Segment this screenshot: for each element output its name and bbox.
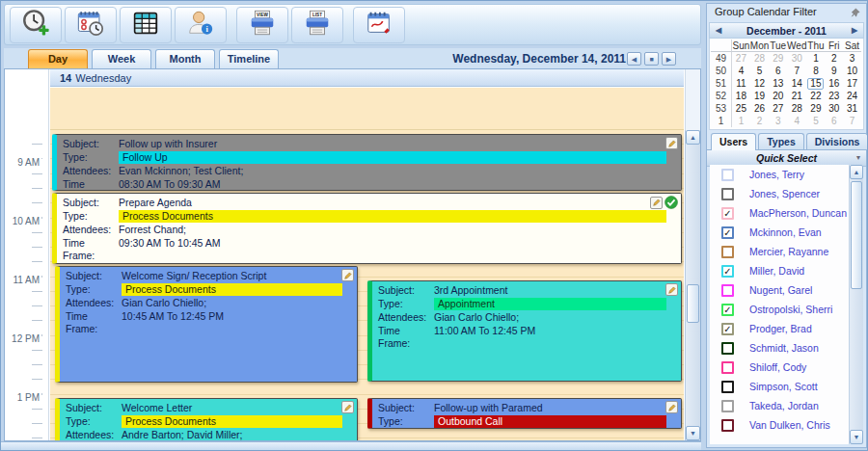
user-scroll-up-button[interactable]: ▲ <box>850 165 863 179</box>
minical-day[interactable]: 15 <box>807 77 826 90</box>
edit-icon[interactable] <box>341 401 354 413</box>
minical-day[interactable]: 5 <box>750 65 769 77</box>
user-checkbox[interactable]: ✓ <box>721 265 734 278</box>
minical-day[interactable]: 1 <box>807 52 826 65</box>
user-checkbox[interactable] <box>721 381 734 393</box>
minical-day[interactable]: 4 <box>787 115 806 127</box>
minical-day[interactable]: 10 <box>843 65 861 77</box>
event-card[interactable]: Subject:Prepare AgendaType:Process Docum… <box>52 193 682 264</box>
user-list-item[interactable]: ✓Prodger, Brad <box>710 319 863 338</box>
user-checkbox[interactable] <box>721 284 734 297</box>
edit-icon[interactable] <box>665 137 678 149</box>
print-list-button[interactable]: LIST <box>291 7 343 43</box>
scroll-down-button[interactable]: ▼ <box>686 426 700 440</box>
user-list-item[interactable]: ✓Mckinnon, Evan <box>710 223 863 242</box>
prev-day-button[interactable]: ◀ <box>627 52 641 66</box>
today-button[interactable]: ■ <box>644 52 659 66</box>
tab-timeline[interactable]: Timeline <box>219 49 279 68</box>
time-grid[interactable]: Subject:Follow up with InsurerType:Follo… <box>50 130 684 440</box>
minical-day[interactable]: 8 <box>807 65 826 77</box>
user-list-item[interactable]: ✓Ostropolski, Sherri <box>710 300 863 319</box>
minical-today[interactable]: 15 <box>807 78 824 90</box>
minical-day[interactable]: 22 <box>807 90 826 102</box>
user-list-item[interactable]: Schmidt, Jason <box>710 338 863 358</box>
user-list-item[interactable]: Nugent, Garel <box>710 280 863 300</box>
user-info-button[interactable]: i <box>175 7 227 43</box>
minical-day[interactable]: 18 <box>732 90 750 102</box>
minical-day[interactable]: 17 <box>843 77 861 90</box>
minical-day[interactable]: 6 <box>825 115 843 127</box>
print-view-button[interactable]: VIEW <box>236 7 288 43</box>
user-checkbox[interactable]: ✓ <box>721 207 734 220</box>
user-checkbox[interactable]: ✓ <box>721 323 734 335</box>
minical-day[interactable]: 20 <box>769 90 787 102</box>
edit-icon[interactable] <box>341 269 354 281</box>
minical-day[interactable]: 7 <box>843 115 861 127</box>
minical-day[interactable]: 16 <box>825 77 843 90</box>
minical-day[interactable]: 30 <box>787 52 806 65</box>
minical-day[interactable]: 3 <box>769 115 787 127</box>
minical-day[interactable]: 5 <box>807 115 826 127</box>
minical-day[interactable]: 31 <box>843 102 861 115</box>
minical-day[interactable]: 11 <box>732 77 750 90</box>
minical-day[interactable]: 9 <box>825 65 843 77</box>
user-list-item[interactable]: Jones, Spencer <box>710 184 863 203</box>
user-checkbox[interactable] <box>721 361 734 374</box>
schedule-view-button[interactable] <box>65 7 117 43</box>
sidebar-tab-divisions[interactable]: Divisions <box>806 133 868 149</box>
user-list-item[interactable]: Takeda, Jordan <box>710 396 863 415</box>
edit-icon[interactable] <box>665 283 678 296</box>
user-list-scrollbar[interactable]: ▲ ▼ <box>849 165 863 444</box>
minical-day[interactable]: 12 <box>750 77 769 90</box>
user-checkbox[interactable] <box>721 419 734 432</box>
minical-day[interactable]: 7 <box>787 65 806 77</box>
minical-day[interactable]: 1 <box>732 115 750 127</box>
user-scroll-thumb[interactable] <box>851 181 862 289</box>
user-checkbox[interactable] <box>721 246 734 258</box>
user-list-item[interactable]: ✓MacPherson, Duncan <box>710 203 863 223</box>
grid-view-button[interactable] <box>120 7 172 43</box>
minical-day[interactable]: 19 <box>750 90 769 102</box>
minical-day[interactable]: 24 <box>843 90 861 102</box>
edit-icon[interactable] <box>650 197 663 209</box>
user-list-item[interactable]: Simpson, Scott <box>710 377 863 396</box>
minical-day[interactable]: 13 <box>769 77 787 90</box>
minical-day[interactable]: 2 <box>750 115 769 127</box>
user-checkbox[interactable] <box>721 169 734 181</box>
minical-day[interactable]: 14 <box>787 77 806 90</box>
user-checkbox[interactable]: ✓ <box>721 304 734 316</box>
event-card[interactable]: Subject:Welcome LetterType:Process Docum… <box>55 398 358 440</box>
next-day-button[interactable]: ▶ <box>662 52 676 66</box>
calendar-note-button[interactable] <box>353 7 405 43</box>
sidebar-tab-users[interactable]: Users <box>711 133 756 150</box>
minical-day[interactable]: 2 <box>825 52 843 65</box>
minical-day[interactable]: 28 <box>750 52 769 65</box>
user-list-item[interactable]: Shiloff, Cody <box>710 358 863 377</box>
user-checkbox[interactable] <box>721 188 734 200</box>
user-checkbox[interactable] <box>721 342 734 355</box>
user-list-item[interactable]: Jones, Terry <box>710 165 863 184</box>
minical-day[interactable]: 29 <box>769 52 787 65</box>
user-list-item[interactable]: ✓Miller, David <box>710 261 863 280</box>
user-checkbox[interactable] <box>721 400 734 412</box>
add-event-button[interactable] <box>10 7 62 43</box>
user-checkbox[interactable]: ✓ <box>721 226 734 239</box>
event-card[interactable]: Subject:Follow up with InsurerType:Follo… <box>52 134 682 191</box>
minical-day[interactable]: 23 <box>825 90 843 102</box>
events-scrollbar[interactable]: ▲ ▼ <box>685 130 700 440</box>
minical-day[interactable]: 21 <box>787 90 806 102</box>
minical-day[interactable]: 26 <box>750 102 769 115</box>
all-day-area[interactable] <box>50 88 684 130</box>
minical-next-button[interactable]: ▶ <box>848 23 861 39</box>
minical-day[interactable]: 29 <box>807 102 826 115</box>
scroll-thumb[interactable] <box>687 284 699 323</box>
minical-day[interactable]: 27 <box>732 52 750 65</box>
event-card[interactable]: Subject:3rd AppointmentType:AppointmentA… <box>367 280 682 382</box>
tab-week[interactable]: Week <box>92 49 151 68</box>
user-list-item[interactable]: Mercier, Rayanne <box>710 242 863 261</box>
scroll-up-button[interactable]: ▲ <box>686 130 700 145</box>
minical-day[interactable]: 30 <box>825 102 843 115</box>
tab-day[interactable]: Day <box>28 49 88 68</box>
event-card[interactable]: Subject:Welcome Sign/ Reception ScriptTy… <box>55 266 358 383</box>
user-scroll-down-button[interactable]: ▼ <box>850 430 863 444</box>
